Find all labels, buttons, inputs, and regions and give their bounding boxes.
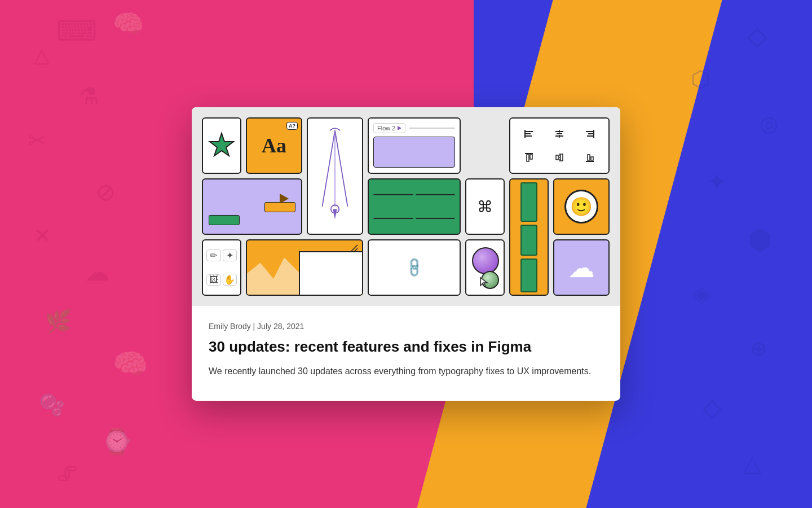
svg-rect-26 — [591, 157, 593, 160]
align-center-icon — [545, 129, 573, 139]
necklace-svg — [310, 125, 360, 227]
svg-rect-23 — [561, 154, 563, 161]
cell-star — [202, 117, 241, 174]
flow-inner: Flow 2 — [369, 119, 460, 173]
align-top-icon — [515, 152, 543, 163]
cell-purple-shapes — [202, 178, 302, 235]
cell-typography: A? Aa — [246, 117, 302, 174]
component-sq-3 — [373, 218, 413, 219]
link-icon: 🔗 — [403, 256, 426, 279]
aa-badge: A? — [286, 122, 298, 130]
card-description: We recently launched 30 updates across e… — [209, 364, 603, 378]
hand-icon: ✋ — [223, 274, 237, 286]
article-card: A? Aa — [192, 107, 620, 401]
v-rect-1 — [520, 182, 537, 221]
pencil-icon: ✏ — [206, 249, 221, 261]
sphere-purple — [472, 247, 499, 274]
cell-pen — [307, 117, 363, 235]
resize-handle — [350, 244, 359, 255]
component-sq-4 — [416, 218, 456, 219]
cell-edit-icons: ✏ ✦ 🖼 ✋ — [202, 239, 241, 296]
cmd-icon: ⌘ — [477, 197, 493, 216]
svg-marker-32 — [480, 278, 487, 287]
card-illustration: A? Aa — [192, 107, 620, 306]
svg-line-29 — [351, 245, 358, 252]
cell-components — [368, 178, 461, 235]
chart-paper — [299, 251, 362, 295]
chart-inner — [247, 240, 362, 295]
cell-vertical-rects — [509, 178, 549, 296]
cell-cmd: ⌘ — [465, 178, 505, 235]
star-icon — [207, 131, 236, 160]
flow-purple-box — [373, 137, 455, 168]
flow-bar: Flow 2 — [373, 123, 455, 133]
align-middle-icon — [545, 152, 573, 163]
v-rect-3 — [520, 258, 537, 292]
svg-line-1 — [323, 130, 336, 207]
cell-smiley: 🙂 — [553, 178, 610, 235]
card-meta: Emily Brody | July 28, 2021 — [209, 322, 603, 331]
cell-align-group — [509, 117, 610, 174]
green-rect — [209, 215, 240, 225]
diamond-icon: ✦ — [223, 249, 237, 261]
component-sq-1 — [373, 194, 413, 195]
align-left-icon — [515, 129, 543, 139]
cell-spheres — [465, 239, 505, 296]
flow-label-text: Flow 2 — [377, 125, 395, 132]
cell-link: 🔗 — [368, 239, 461, 296]
svg-marker-0 — [210, 133, 233, 156]
svg-rect-19 — [527, 155, 529, 161]
cell-chart — [246, 239, 363, 296]
illustration-grid: A? Aa — [202, 117, 610, 296]
yellow-rect — [264, 202, 295, 212]
align-right-icon — [576, 129, 604, 139]
flow-play-icon — [398, 126, 401, 130]
smiley-face: 🙂 — [564, 190, 598, 224]
cloud-icon: ☁ — [568, 252, 595, 283]
svg-rect-25 — [588, 155, 590, 160]
flow-label: Flow 2 — [373, 123, 405, 133]
cell-flow: Flow 2 — [368, 117, 461, 174]
background: ⌨ 🧠 △ ⚗ ✂ ⊘ ✕ ☁ 🌿 🧠 🫧 ⌚ 🖇 ◇ ⬡ ◎ ✦ ⬢ ◈ ⊕ … — [0, 0, 812, 508]
svg-rect-20 — [530, 155, 532, 159]
flow-white-box — [409, 128, 455, 129]
card-title: 30 updates: recent features and fixes in… — [209, 338, 603, 356]
component-sq-2 — [416, 194, 456, 195]
svg-rect-22 — [556, 155, 558, 160]
svg-marker-5 — [333, 209, 337, 219]
cell-cloud: ☁ — [553, 239, 610, 296]
image-icon: 🖼 — [206, 274, 221, 286]
card-body: Emily Brody | July 28, 2021 30 updates: … — [192, 306, 620, 378]
svg-line-30 — [354, 248, 358, 252]
svg-line-3 — [335, 130, 348, 207]
align-bottom-icon — [576, 152, 604, 163]
aa-text: Aa — [262, 134, 286, 157]
cursor-arrow — [479, 277, 491, 290]
v-rect-2 — [520, 224, 537, 255]
